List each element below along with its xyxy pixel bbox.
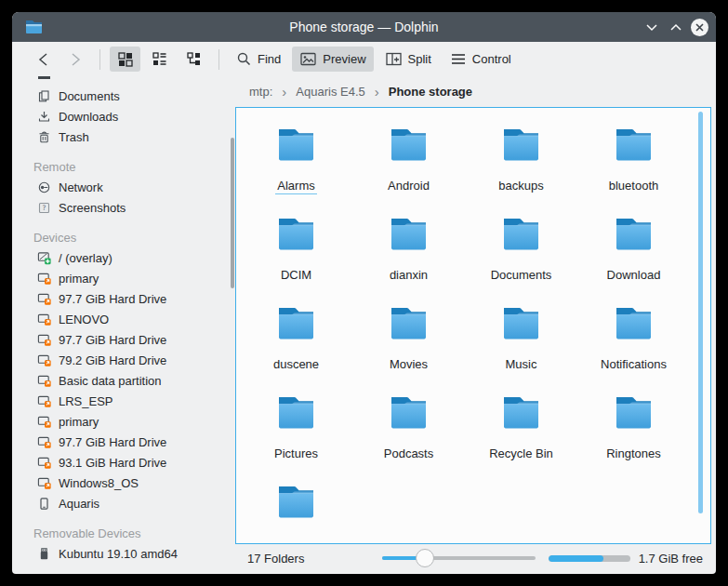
- folder-item[interactable]: bluetooth: [577, 121, 690, 210]
- folder-item[interactable]: [240, 478, 352, 544]
- sidebar-item[interactable]: Basic data partition: [12, 370, 235, 391]
- folder-name: bluetooth: [607, 179, 661, 193]
- control-button[interactable]: Control: [443, 47, 519, 71]
- sidebar-item-label: primary: [59, 415, 99, 429]
- drive-icon: [37, 456, 51, 470]
- back-button[interactable]: [29, 48, 58, 71]
- sidebar-item-label: LENOVO: [59, 313, 109, 326]
- find-button[interactable]: Find: [229, 47, 288, 72]
- folder-icon: [384, 210, 433, 263]
- folder-item[interactable]: Documents: [465, 210, 577, 300]
- sidebar-item[interactable]: Documents: [12, 86, 235, 106]
- sidebar-item-label: Removable Devices: [33, 526, 141, 540]
- sidebar-item[interactable]: Network: [12, 177, 235, 197]
- folder-name: DCIM: [279, 268, 313, 283]
- sidebar-item[interactable]: Windows8_OS: [12, 473, 235, 493]
- folder-item[interactable]: Alarms: [240, 121, 352, 210]
- folder-icon: [384, 300, 433, 353]
- folder-icon: [271, 300, 321, 353]
- folder-icon: [271, 478, 321, 531]
- breadcrumb-item[interactable]: mtp:: [247, 83, 294, 100]
- folder-name: Documents: [489, 268, 554, 283]
- sidebar-item[interactable]: 97.7 GiB Hard Drive: [12, 288, 235, 309]
- close-button[interactable]: [691, 19, 708, 36]
- icons-view-icon: [117, 51, 133, 67]
- view-scrollbar[interactable]: [698, 112, 703, 513]
- sidebar-item-label: / (overlay): [59, 251, 113, 265]
- sidebar-item-label: Windows8_OS: [59, 476, 139, 490]
- sidebar-item[interactable]: LRS_ESP: [12, 391, 235, 411]
- folder-item[interactable]: Recycle Bin: [465, 389, 577, 478]
- maximize-button[interactable]: [667, 18, 685, 36]
- folder-item[interactable]: Pictures: [240, 389, 352, 478]
- sidebar-item-label: 97.7 GiB Hard Drive: [59, 435, 166, 449]
- folder-item[interactable]: dianxin: [352, 210, 465, 300]
- sidebar-item[interactable]: 79.2 GiB Hard Drive: [12, 350, 235, 370]
- sidebar-item[interactable]: 97.7 GiB Hard Drive: [12, 329, 235, 350]
- zoom-slider-handle[interactable]: [416, 549, 434, 567]
- folder-item[interactable]: duscene: [240, 300, 352, 389]
- sidebar-item-label: Network: [59, 180, 103, 194]
- folder-item[interactable]: Download: [577, 210, 690, 300]
- screenshot-icon: ?: [37, 201, 51, 215]
- sidebar-item-clipped[interactable]: [12, 76, 235, 86]
- preview-icon: [299, 51, 317, 67]
- sidebar-item[interactable]: 97.7 GiB Hard Drive: [12, 432, 235, 452]
- drive-icon: [37, 292, 51, 306]
- toolbar-separator: [218, 49, 219, 70]
- sidebar-item-label: Documents: [59, 89, 120, 103]
- folder-name: Alarms: [275, 179, 316, 194]
- sidebar-item[interactable]: Kubuntu 19.10 amd64: [12, 543, 235, 564]
- sidebar-item[interactable]: LENOVO: [12, 309, 235, 329]
- close-icon: [695, 22, 705, 33]
- folder-icon: [609, 389, 658, 442]
- titlebar[interactable]: Phone storage — Dolphin: [12, 12, 716, 42]
- split-label: Split: [408, 52, 431, 66]
- forward-button[interactable]: [61, 48, 90, 71]
- minimize-button[interactable]: [642, 18, 661, 36]
- usb-icon: [37, 547, 51, 561]
- view-details-button[interactable]: [144, 47, 175, 72]
- sidebar-item[interactable]: 93.1 GiB Hard Drive: [12, 452, 235, 473]
- sidebar-item-label: 93.1 GiB Hard Drive: [59, 456, 166, 470]
- folder-item[interactable]: Notifications: [577, 300, 690, 389]
- breadcrumb-item[interactable]: Aquaris E4.5: [294, 83, 386, 100]
- drive-icon: [37, 313, 51, 326]
- preview-button[interactable]: Preview: [292, 47, 373, 72]
- sidebar-item[interactable]: primary: [12, 411, 235, 432]
- drive-icon: [37, 476, 51, 490]
- sidebar-item[interactable]: / (overlay): [12, 247, 235, 268]
- sidebar-item[interactable]: Downloads: [12, 106, 235, 127]
- zoom-slider[interactable]: [382, 549, 536, 567]
- folder-item[interactable]: Music: [465, 300, 577, 389]
- sidebar-item[interactable]: Aquaris: [12, 493, 235, 513]
- view-tree-button[interactable]: [179, 47, 209, 72]
- split-button[interactable]: Split: [377, 47, 439, 72]
- details-view-icon: [152, 51, 167, 67]
- folder-view[interactable]: Alarms Android backups: [235, 107, 711, 544]
- split-icon: [385, 51, 403, 67]
- breadcrumb-item[interactable]: Phone storage: [387, 83, 474, 100]
- sidebar-item-label: Basic data partition: [59, 374, 162, 388]
- sidebar-item[interactable]: ? Screenshots: [12, 197, 235, 218]
- folder-item[interactable]: backups: [465, 121, 577, 210]
- chevron-down-icon: [645, 23, 658, 32]
- folder-item[interactable]: Movies: [352, 300, 465, 389]
- folder-icon: [496, 210, 546, 263]
- folder-name: Android: [386, 179, 431, 193]
- svg-text:?: ?: [43, 204, 46, 212]
- sidebar-scrollbar[interactable]: [231, 138, 234, 288]
- drive-icon: [37, 353, 51, 367]
- trash-icon: [37, 130, 51, 144]
- folder-item[interactable]: Podcasts: [352, 389, 465, 478]
- folder-item[interactable]: DCIM: [240, 210, 352, 300]
- sidebar-item[interactable]: Trash: [12, 127, 235, 147]
- free-space-bar-fill: [549, 555, 603, 562]
- free-space-label: 1.7 GiB free: [639, 552, 703, 566]
- folder-name: dianxin: [388, 268, 430, 283]
- view-icons-button[interactable]: [110, 47, 140, 72]
- sidebar-item[interactable]: primary: [12, 268, 235, 288]
- folder-item[interactable]: Ringtones: [577, 389, 690, 478]
- toolbar-separator: [99, 49, 100, 70]
- folder-item[interactable]: Android: [352, 121, 465, 210]
